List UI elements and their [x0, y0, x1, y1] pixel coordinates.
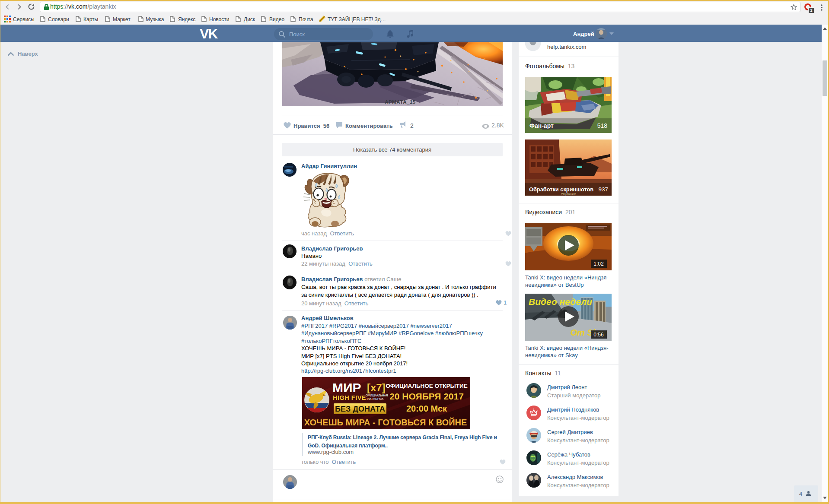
svg-text:HIGH FIVE: HIGH FIVE	[333, 394, 366, 401]
svg-text:937: 937	[598, 186, 608, 193]
svg-text:1:02: 1:02	[593, 261, 604, 267]
svg-text:БЕЗ ДОНАТА: БЕЗ ДОНАТА	[335, 405, 385, 413]
svg-text:ПЛАТФОРМА: ПЛАТФОРМА	[366, 397, 384, 400]
svg-text:Фан-арт: Фан-арт	[529, 122, 554, 129]
svg-text:0:56: 0:56	[593, 332, 604, 338]
svg-text:20:00 Мск: 20:00 Мск	[406, 404, 447, 413]
svg-text:ХОЧЕШЬ МИРА - ГОТОВЬСЯ К ВОЙНЕ: ХОЧЕШЬ МИРА - ГОТОВЬСЯ К ВОЙНЕ	[304, 417, 467, 427]
svg-text:Видео недели: Видео недели	[529, 297, 592, 307]
svg-text:ОФИЦИАЛЬНАЯ: ОФИЦИАЛЬНАЯ	[366, 394, 388, 397]
svg-text:[x7]: [x7]	[367, 382, 386, 393]
svg-text:ОФИЦИАЛЬНОЕ ОТКРЫТИЕ: ОФИЦИАЛЬНОЕ ОТКРЫТИЕ	[386, 383, 468, 389]
svg-text:МИР: МИР	[332, 380, 361, 395]
svg-text:АРМАТА_15: АРМАТА_15	[385, 99, 416, 105]
svg-text:518: 518	[597, 122, 608, 129]
svg-text:PlayTankiX: PlayTankiX	[561, 193, 576, 196]
svg-text:Обработки скриншотов: Обработки скриншотов	[529, 186, 593, 193]
svg-text:20 НОЯБРЯ 2017: 20 НОЯБРЯ 2017	[389, 391, 464, 401]
